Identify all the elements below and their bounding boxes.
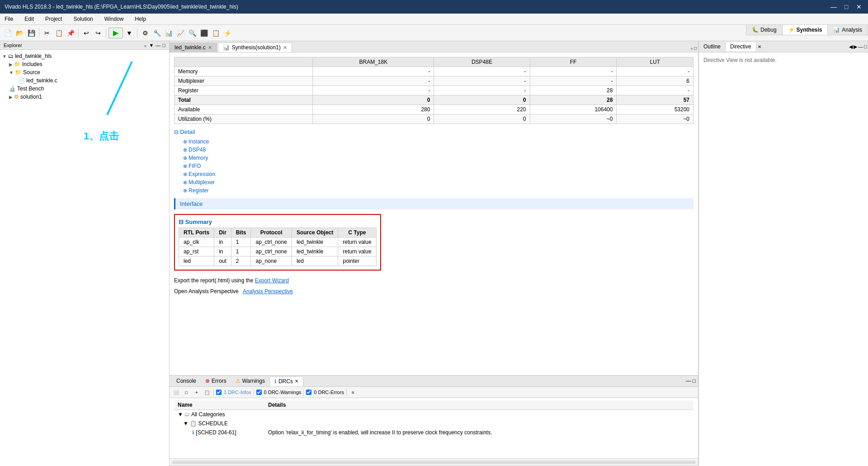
content-row: led_twinkle.c ✕ 📊 Synthesis(solution1) ✕… (170, 41, 868, 466)
tb-btn12[interactable]: ⚡ (222, 28, 233, 38)
drc-infos-checkbox[interactable] (216, 390, 222, 395)
detail-section-header[interactable]: Detail (174, 128, 693, 135)
explorer-title: Explorer (4, 43, 22, 48)
tab-drcs[interactable]: ℹ DRCs ✕ (269, 376, 303, 386)
tb-new[interactable]: 📄 (2, 28, 13, 38)
detail-fifo[interactable]: FIFO (174, 162, 693, 170)
row-mux: Multiplexer - - - 6 (175, 76, 693, 86)
directive-tab[interactable]: Directive (726, 42, 756, 51)
tb-btn5[interactable]: ⚙ (140, 28, 151, 38)
minimize-button[interactable]: — (829, 2, 838, 11)
drc-tb5[interactable]: ≡ (349, 388, 357, 396)
tree-solution[interactable]: ▶ ⚙ solution1 (0, 93, 169, 101)
menu-file[interactable]: File (2, 15, 15, 23)
drc-tb3[interactable]: + (193, 388, 201, 396)
export-wizard-link[interactable]: Export Wizard (255, 277, 289, 284)
menu-project[interactable]: Project (43, 15, 64, 23)
bottom-maximize-btn[interactable]: □ (693, 378, 696, 384)
tab-syn-close[interactable]: ✕ (283, 45, 287, 51)
minimize-panel-btn[interactable]: ⬦ (690, 46, 693, 51)
tb-open[interactable]: 📂 (14, 28, 25, 38)
menu-solution[interactable]: Solution (71, 15, 95, 23)
drc-all-cat-cell[interactable]: ▼ 🗂 All Categories (174, 410, 264, 419)
explorer-collapse-btn[interactable]: ⬦ (144, 43, 147, 48)
detail-dsp48[interactable]: DSP48 (174, 146, 693, 154)
tab-led-twinkle[interactable]: led_twinkle.c ✕ (170, 43, 217, 52)
directive-message: Directive View is not available. (703, 57, 777, 63)
tab-synthesis[interactable]: 📊 Synthesis(solution1) ✕ (218, 43, 292, 52)
tab-errors[interactable]: ⊗ Errors (201, 376, 231, 386)
directive-close-btn[interactable]: ✕ (756, 43, 763, 51)
bottom-minimize-btn[interactable]: — (686, 378, 691, 384)
tree-root[interactable]: ▼ 🗂 led_twinkle_hls (0, 52, 169, 60)
rs-maximize[interactable]: □ (864, 44, 867, 50)
export-text: Export the report(.html) using the (174, 277, 253, 284)
close-button[interactable]: ✕ (854, 2, 863, 11)
menu-window[interactable]: Window (102, 15, 126, 23)
detail-register[interactable]: Register (174, 186, 693, 195)
rs-controls: ◀ ▶ — □ (848, 43, 868, 51)
tb-undo[interactable]: ↩ (81, 28, 92, 38)
drc-tb2[interactable]: □ (182, 388, 190, 396)
tree-testbench[interactable]: 🔬 Test Bench (0, 85, 169, 93)
rs-nav-fwd[interactable]: ▶ (854, 44, 857, 50)
testbench-label: Test Bench (17, 86, 44, 92)
tb-btn9[interactable]: 🔍 (187, 28, 198, 38)
tb-paste[interactable]: 📌 (65, 28, 76, 38)
drc-errors-checkbox[interactable] (306, 390, 311, 395)
maximize-panel-btn[interactable]: □ (694, 46, 697, 51)
menu-edit[interactable]: Edit (22, 15, 36, 23)
drc-sched-id-cell[interactable]: ℹ [SCHED 204-61] (174, 428, 264, 437)
summary-header[interactable]: Summary (179, 219, 377, 225)
detail-multiplexer[interactable]: Multiplexer (174, 178, 693, 186)
h-scrollbar-track[interactable] (172, 461, 696, 464)
rs-nav-back[interactable]: ◀ (849, 44, 853, 50)
outline-tab[interactable]: Outline (699, 42, 726, 51)
explorer-menu-btn[interactable]: ▼ (149, 43, 154, 48)
tree-source-file[interactable]: 📄 led_twinkle.c (0, 76, 169, 85)
apclk-bits: 1 (231, 238, 251, 247)
tb-btn8[interactable]: 📈 (175, 28, 186, 38)
bottom-scrollbar[interactable] (170, 458, 698, 466)
tab-led-close[interactable]: ✕ (208, 45, 212, 51)
explorer-minimize-btn[interactable]: — (156, 43, 160, 48)
analysis-perspective-link[interactable]: Analysis Perspective (243, 288, 293, 295)
debug-perspective-tab[interactable]: 🐛 Debug (746, 25, 782, 35)
apclk-dir: in (214, 238, 231, 247)
tb-save[interactable]: 💾 (26, 28, 37, 38)
memory-ff: - (530, 67, 617, 76)
drc-tb4[interactable]: 📋 (203, 388, 211, 396)
tb-redo[interactable]: ↪ (93, 28, 104, 38)
synthesis-perspective-tab[interactable]: ⚡ Synthesis (783, 25, 828, 35)
analysis-perspective-tab[interactable]: 📊 Analysis (828, 25, 868, 35)
intf-col-port: RTL Ports (179, 228, 214, 238)
menu-help[interactable]: Help (132, 15, 148, 23)
col-name (175, 57, 313, 67)
detail-instance[interactable]: Instance (174, 138, 693, 146)
detail-expression[interactable]: Expression (174, 170, 693, 178)
tab-console[interactable]: Console (172, 376, 201, 386)
rs-minimize[interactable]: — (858, 44, 863, 50)
debug-label: Debug (760, 27, 776, 33)
drc-warnings-checkbox[interactable] (256, 390, 262, 395)
tb-btn10[interactable]: ⬛ (198, 28, 209, 38)
maximize-button[interactable]: □ (842, 2, 851, 11)
mux-bram: - (313, 76, 434, 86)
debug-icon: 🐛 (752, 27, 759, 33)
tb-cut[interactable]: ✂ (42, 28, 52, 38)
tb-copy[interactable]: 📋 (53, 28, 64, 38)
drc-schedule-cell[interactable]: ▼ 📋 SCHEDULE (174, 419, 264, 428)
drcs-close[interactable]: ✕ (295, 379, 298, 384)
explorer-maximize-btn[interactable]: □ (162, 43, 165, 48)
tb-run-dropdown[interactable]: ▼ (124, 28, 135, 38)
detail-memory[interactable]: Memory (174, 154, 693, 162)
toolbar: 📄 📂 💾 ✂ 📋 📌 ↩ ↪ ▶ ▼ ⚙ 🔧 📊 📈 🔍 ⬛ 📋 ⚡ (0, 25, 868, 41)
tab-warnings[interactable]: ⚠ Warnings (231, 376, 269, 386)
run-synthesis-button[interactable]: ▶ (108, 28, 123, 38)
tree-includes[interactable]: ▶ 📁 Includes (0, 60, 169, 68)
tb-btn7[interactable]: 📊 (163, 28, 174, 38)
drc-tb1[interactable]: ⬜ (172, 388, 180, 396)
tb-btn6[interactable]: 🔧 (151, 28, 162, 38)
tree-source[interactable]: ▼ 📁 Source (0, 68, 169, 76)
tb-btn11[interactable]: 📋 (210, 28, 221, 38)
